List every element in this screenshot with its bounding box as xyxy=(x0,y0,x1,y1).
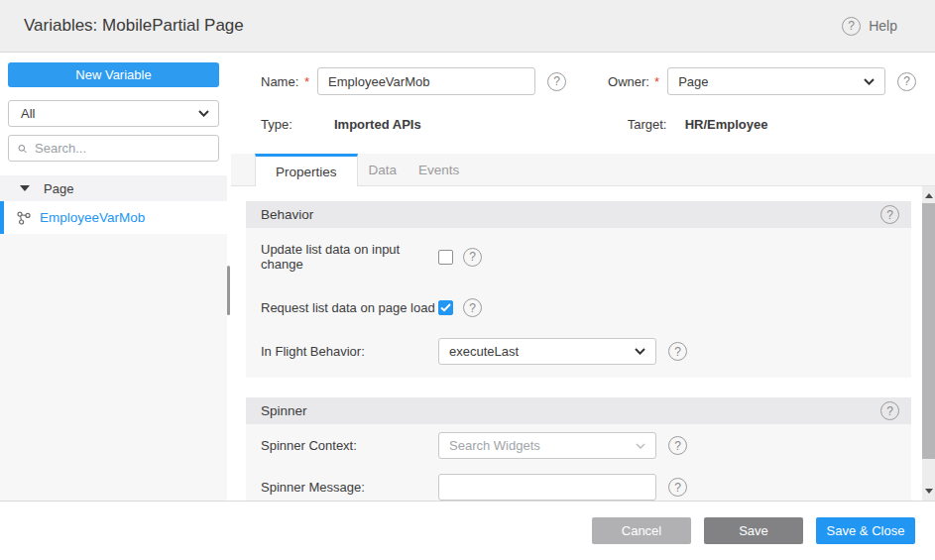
behavior-section: Behavior ? Update list data on input cha… xyxy=(246,201,911,378)
in-flight-help-icon[interactable]: ? xyxy=(668,342,687,361)
type-label: Type: xyxy=(261,117,304,132)
spinner-context-dropdown[interactable]: Search Widgets xyxy=(438,432,656,459)
behavior-help-icon[interactable]: ? xyxy=(880,205,899,224)
search-input[interactable] xyxy=(35,141,209,156)
variable-detail-panel: Name: * ? Owner: * Page ? Type: Imported… xyxy=(231,53,935,501)
save-button[interactable]: Save xyxy=(704,517,803,544)
name-required-asterisk: * xyxy=(304,74,309,89)
update-list-label: Update list data on input change xyxy=(261,242,438,272)
search-box xyxy=(8,135,219,162)
owner-required-asterisk: * xyxy=(654,74,659,89)
name-field[interactable] xyxy=(317,67,535,95)
search-icon xyxy=(18,142,27,156)
scrollbar-thumb[interactable] xyxy=(922,203,935,459)
page-title: Variables: MobilePartial Page xyxy=(24,16,244,36)
spinner-message-label: Spinner Message: xyxy=(261,480,438,495)
request-list-label: Request list data on page load xyxy=(261,300,438,315)
variable-icon xyxy=(17,211,31,225)
tab-properties[interactable]: Properties xyxy=(255,154,358,186)
request-list-checkbox[interactable] xyxy=(438,300,453,315)
variables-dialog: Variables: MobilePartial Page ? Help New… xyxy=(0,0,935,560)
filter-selected-value: All xyxy=(21,106,35,121)
owner-selected-value: Page xyxy=(678,74,708,89)
sidebar-scrollbar-thumb[interactable] xyxy=(227,266,230,315)
chevron-down-icon xyxy=(635,348,645,355)
spinner-message-field[interactable] xyxy=(438,474,656,501)
help-icon: ? xyxy=(842,17,861,36)
spinner-message-help-icon[interactable]: ? xyxy=(668,478,687,497)
chevron-down-icon xyxy=(636,443,645,449)
spinner-context-help-icon[interactable]: ? xyxy=(668,436,687,455)
name-label: Name: xyxy=(261,74,304,89)
help-link[interactable]: ? Help xyxy=(842,17,897,36)
dialog-header: Variables: MobilePartial Page ? Help xyxy=(0,0,935,53)
scrollbar-down-arrow-icon[interactable] xyxy=(922,484,935,499)
owner-dropdown[interactable]: Page xyxy=(667,67,885,95)
spinner-context-label: Spinner Context: xyxy=(261,438,438,453)
dialog-footer: Cancel Save Save & Close xyxy=(0,501,935,560)
owner-label: Owner: xyxy=(608,74,654,89)
update-list-help-icon[interactable]: ? xyxy=(463,248,482,267)
in-flight-dropdown[interactable]: executeLast xyxy=(438,338,656,365)
spinner-section: Spinner ? Spinner Context: Search Widget… xyxy=(246,397,911,501)
variables-sidebar: New Variable All Page xyxy=(0,53,231,501)
expand-triangle-icon xyxy=(20,185,30,191)
chevron-down-icon xyxy=(864,78,875,85)
spinner-context-placeholder: Search Widgets xyxy=(449,438,540,453)
update-list-checkbox[interactable] xyxy=(438,250,453,265)
new-variable-button[interactable]: New Variable xyxy=(8,62,219,87)
save-and-close-button[interactable]: Save & Close xyxy=(816,517,915,544)
properties-scroll-area: Behavior ? Update list data on input cha… xyxy=(231,186,935,501)
tree-item-employeevarmob[interactable]: EmployeeVarMob xyxy=(0,201,227,234)
target-label: Target: xyxy=(628,117,674,132)
scrollbar-up-arrow-icon[interactable] xyxy=(922,188,935,203)
behavior-section-title: Behavior xyxy=(261,207,313,222)
cancel-button[interactable]: Cancel xyxy=(592,517,691,544)
in-flight-label: In Flight Behavior: xyxy=(261,344,438,359)
name-help-icon[interactable]: ? xyxy=(547,72,566,91)
tab-events[interactable]: Events xyxy=(408,154,470,185)
tree-group-page[interactable]: Page xyxy=(0,175,227,201)
checkmark-icon xyxy=(440,303,451,312)
chevron-down-icon xyxy=(198,110,209,117)
owner-help-icon[interactable]: ? xyxy=(897,72,916,91)
spinner-help-icon[interactable]: ? xyxy=(880,401,899,420)
filter-dropdown[interactable]: All xyxy=(8,100,219,127)
tree-item-label: EmployeeVarMob xyxy=(40,210,145,225)
type-value: Imported APIs xyxy=(334,117,421,132)
in-flight-selected-value: executeLast xyxy=(449,344,519,359)
tab-data[interactable]: Data xyxy=(358,154,409,185)
variable-form-header: Name: * ? Owner: * Page ? Type: Imported… xyxy=(231,53,935,154)
spinner-section-title: Spinner xyxy=(261,403,307,418)
tree-group-label: Page xyxy=(44,181,73,196)
variables-tree: Page EmployeeVarMob xyxy=(0,175,227,501)
help-label: Help xyxy=(869,18,897,34)
target-value: HR/Employee xyxy=(685,117,768,132)
detail-tabbar: Properties Data Events xyxy=(231,154,935,186)
properties-scrollbar[interactable] xyxy=(922,186,935,501)
request-list-help-icon[interactable]: ? xyxy=(463,298,482,317)
